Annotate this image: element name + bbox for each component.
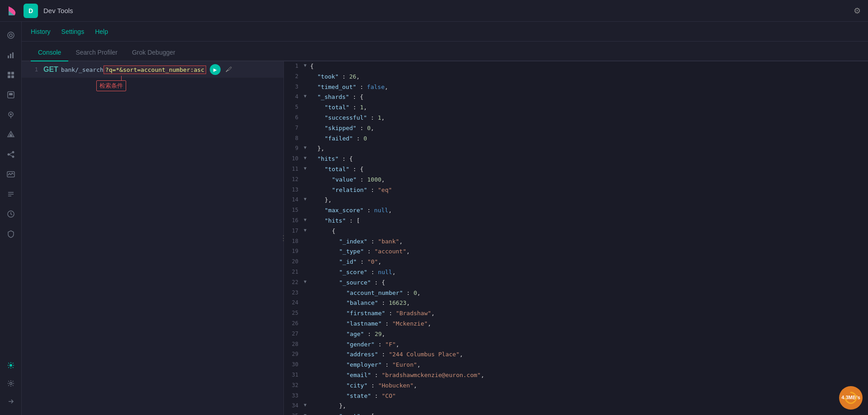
- sidebar-item-devtools[interactable]: [3, 357, 19, 373]
- json-line: 12"value" : 1000,: [284, 175, 868, 185]
- svg-line-19: [9, 153, 12, 154]
- json-line-content: "skipped" : 0,: [310, 124, 374, 133]
- json-line: 31"email" : "bradshawmckenzie@euron.com"…: [284, 370, 868, 381]
- json-line-content: "firstname" : "Bradshaw",: [310, 309, 435, 318]
- json-line: 26"lastname" : "Mckenzie",: [284, 319, 868, 329]
- json-expand-icon[interactable]: ▼: [304, 412, 310, 415]
- json-line: 21"_score" : null,: [284, 267, 868, 278]
- action-buttons: ▶: [210, 64, 234, 75]
- sidebar-item-dashboard[interactable]: [3, 67, 19, 83]
- json-line-content: },: [310, 401, 346, 411]
- json-line-content: "hits" : {: [310, 154, 353, 164]
- json-line-number: 28: [284, 340, 304, 349]
- json-line-content: "_score" : null,: [310, 268, 396, 277]
- nav-help[interactable]: Help: [95, 28, 108, 35]
- json-line: 16▼"hits" : [: [284, 216, 868, 226]
- top-settings-icon[interactable]: ⚙: [854, 6, 861, 15]
- json-line-content: "gender" : "F",: [310, 340, 399, 350]
- right-panel[interactable]: 1▼{2"took" : 26,3"timed_out" : false,4▼"…: [284, 61, 868, 415]
- sidebar-item-collapse[interactable]: [3, 393, 19, 410]
- svg-rect-4: [12, 52, 14, 58]
- svg-point-16: [7, 154, 9, 156]
- json-expand-icon[interactable]: ▼: [304, 227, 310, 234]
- annotation-line: [121, 76, 122, 80]
- sidebar-item-uptime[interactable]: [3, 206, 19, 222]
- json-expand-icon[interactable]: ▼: [304, 401, 310, 409]
- sidebar-item-settings[interactable]: [3, 375, 19, 392]
- json-line-content: "_shards" : {: [310, 93, 363, 102]
- json-line-number: 22: [284, 278, 304, 287]
- json-expand-icon[interactable]: ▼: [304, 154, 310, 162]
- tab-search-profiler[interactable]: Search Profiler: [68, 44, 125, 61]
- sidebar-item-logs[interactable]: [3, 186, 19, 202]
- run-button[interactable]: ▶: [210, 64, 221, 75]
- json-line: 27"age" : 29,: [284, 329, 868, 340]
- sidebar-item-maps[interactable]: [3, 107, 19, 123]
- tab-grok-debugger[interactable]: Grok Debugger: [125, 44, 183, 61]
- json-line-content: {: [310, 62, 314, 71]
- json-line: 2"took" : 26,: [284, 72, 868, 82]
- svg-point-26: [9, 364, 12, 367]
- json-line: 7"skipped" : 0,: [284, 123, 868, 134]
- json-line-number: 26: [284, 319, 304, 328]
- json-expand-icon[interactable]: ▼: [304, 165, 310, 172]
- json-line-number: 4: [284, 93, 304, 101]
- json-line-number: 12: [284, 175, 304, 184]
- editor-area: 1 GET bank/_search ?q=*&sort=account_num…: [22, 61, 868, 415]
- json-line-number: 20: [284, 257, 304, 266]
- nav-bar: History Settings Help: [22, 22, 868, 42]
- sidebar-item-graph[interactable]: [3, 146, 19, 163]
- json-expand-icon[interactable]: ▼: [304, 62, 310, 69]
- tab-bar: Console Search Profiler Grok Debugger: [22, 42, 868, 61]
- json-expand-icon[interactable]: ▼: [304, 196, 310, 203]
- line-number-1: 1: [25, 66, 38, 73]
- sidebar-item-canvas[interactable]: [3, 87, 19, 103]
- app-title: Dev Tools: [43, 7, 73, 14]
- json-line: 24"balance" : 16623,: [284, 298, 868, 308]
- kibana-logo: [7, 5, 19, 17]
- json-line-content: "_type" : "account",: [310, 247, 410, 256]
- wrench-button[interactable]: [223, 64, 234, 75]
- json-expand-icon[interactable]: ▼: [304, 144, 310, 151]
- json-expand-icon[interactable]: ▼: [304, 93, 310, 100]
- svg-rect-3: [10, 54, 11, 58]
- json-line-number: 14: [284, 196, 304, 204]
- json-line-number: 19: [284, 247, 304, 256]
- svg-point-1: [9, 34, 12, 37]
- left-sidebar: [0, 22, 22, 415]
- json-line: 11▼"total" : {: [284, 164, 868, 175]
- left-panel: 1 GET bank/_search ?q=*&sort=account_num…: [22, 61, 284, 415]
- sidebar-item-monitoring[interactable]: [3, 166, 19, 182]
- sidebar-item-visualize[interactable]: [3, 47, 19, 63]
- json-line: 18"_index" : "bank",: [284, 237, 868, 247]
- json-line-number: 5: [284, 103, 304, 112]
- sidebar-item-ml[interactable]: [3, 126, 19, 143]
- app-avatar: D: [24, 4, 38, 18]
- json-line-content: "max_score" : null,: [310, 206, 392, 215]
- editor-line-1[interactable]: 1 GET bank/_search ?q=*&sort=account_num…: [22, 61, 283, 78]
- resize-handle[interactable]: ⋮: [281, 229, 286, 247]
- json-line-number: 30: [284, 360, 304, 369]
- json-line-number: 7: [284, 124, 304, 132]
- json-line-content: "address" : "244 Columbus Place",: [310, 350, 463, 359]
- svg-rect-10: [9, 93, 13, 95]
- json-line-content: "_source" : {: [310, 278, 385, 288]
- top-bar-right: ⚙: [854, 6, 861, 16]
- nav-settings[interactable]: Settings: [61, 28, 85, 35]
- request-query[interactable]: ?q=*&sort=account_number:asc: [104, 65, 206, 74]
- json-line: 20"_id" : "0",: [284, 257, 868, 267]
- json-expand-icon[interactable]: ▼: [304, 278, 310, 285]
- json-line: 8"failed" : 0: [284, 134, 868, 144]
- json-line-number: 35: [284, 412, 304, 415]
- json-line: 10▼"hits" : {: [284, 154, 868, 164]
- json-line: 17▼{: [284, 226, 868, 237]
- sidebar-item-security[interactable]: [3, 226, 19, 242]
- top-bar: D Dev Tools ⚙: [0, 0, 868, 22]
- annotation-container: 检索条件: [96, 76, 126, 91]
- sidebar-item-discover[interactable]: [3, 27, 19, 43]
- tab-console[interactable]: Console: [31, 44, 68, 61]
- nav-history[interactable]: History: [31, 28, 51, 35]
- json-expand-icon[interactable]: ▼: [304, 216, 310, 224]
- json-line-number: 25: [284, 309, 304, 317]
- json-line-number: 9: [284, 144, 304, 153]
